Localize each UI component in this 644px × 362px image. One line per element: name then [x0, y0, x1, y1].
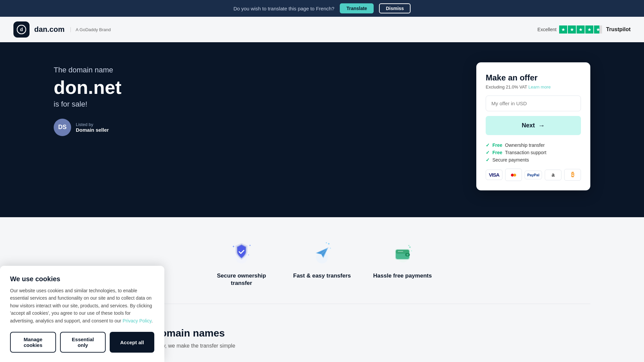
- hero-domain: don.net: [54, 77, 476, 98]
- amazon-icon: a: [545, 170, 561, 180]
- translate-bar: Do you wish to translate this page to Fr…: [0, 0, 644, 17]
- feature-item-fast: ✦ ✦ ✦ Fast & easy transfers: [292, 237, 352, 280]
- offer-features: ✓ Free Ownership transfer ✓ Free Transac…: [486, 142, 581, 163]
- offer-vat-text: Excluding 21.0% VAT: [486, 84, 527, 89]
- svg-rect-16: [398, 251, 403, 252]
- translate-message: Do you wish to translate this page to Fr…: [233, 6, 334, 11]
- payment-icons: VISA ●● PayPal a ₿: [486, 169, 581, 181]
- learn-more-link[interactable]: Learn more: [528, 84, 550, 89]
- cookie-title: We use cookies: [10, 275, 154, 283]
- bitcoin-icon: ₿: [564, 169, 581, 181]
- translate-button[interactable]: Translate: [340, 3, 374, 13]
- seller-avatar: DS: [54, 119, 71, 136]
- header: d dan.com A GoDaddy Brand Excellent ★ ★ …: [0, 17, 644, 42]
- offer-input[interactable]: [486, 96, 581, 111]
- next-label: Next: [522, 122, 535, 129]
- trustpilot-area: Excellent ★ ★ ★ ★ ★ Trustpilot: [537, 25, 631, 34]
- star-4: ★: [585, 25, 593, 34]
- privacy-policy-link[interactable]: Privacy Policy: [122, 318, 151, 323]
- secure-icon-wrap: ✦ ✦ ✦: [226, 237, 257, 267]
- check-icon-2: ✓: [486, 150, 490, 155]
- manage-cookies-button[interactable]: Manage cookies: [10, 332, 56, 353]
- essential-only-button[interactable]: Essential only: [60, 332, 106, 353]
- star-5-half: ★: [594, 25, 602, 34]
- logo-area: d dan.com A GoDaddy Brand: [13, 21, 111, 38]
- feature-transaction: ✓ Free Transaction support: [486, 150, 581, 155]
- paypal-icon: PayPal: [525, 171, 542, 179]
- svg-text:✦: ✦: [248, 254, 250, 256]
- wallet-icon: ✦ ✦ ✦: [389, 239, 416, 266]
- fast-icon-wrap: ✦ ✦ ✦: [307, 237, 337, 267]
- logo-brand: A GoDaddy Brand: [70, 27, 111, 32]
- star-1: ★: [559, 25, 567, 34]
- hero-subtitle: The domain name: [54, 66, 476, 74]
- svg-text:✦: ✦: [329, 247, 331, 249]
- logo-icon: d: [13, 21, 30, 38]
- svg-text:✦: ✦: [325, 242, 327, 244]
- trustpilot-stars: ★ ★ ★ ★ ★: [559, 25, 602, 34]
- svg-text:✦: ✦: [327, 242, 330, 246]
- svg-text:d: d: [20, 27, 23, 32]
- svg-text:✦: ✦: [249, 244, 251, 247]
- feature-item-secure: ✦ ✦ ✦ Secure ownershiptransfer: [211, 237, 272, 287]
- check-icon-1: ✓: [486, 142, 490, 148]
- dismiss-button[interactable]: Dismiss: [379, 3, 411, 13]
- listed-by-label: Listed by: [76, 122, 109, 127]
- free-label-1: Free: [492, 142, 502, 148]
- hassle-icon-wrap: ✦ ✦ ✦: [387, 237, 418, 267]
- trustpilot-label: Excellent: [537, 27, 556, 32]
- mastercard-icon: ●●: [505, 169, 522, 181]
- check-icon-3: ✓: [486, 157, 490, 163]
- seller-name: Domain seller: [76, 127, 109, 133]
- offer-vat: Excluding 21.0% VAT Learn more: [486, 84, 581, 89]
- cookie-banner: We use cookies Our website uses cookies …: [0, 266, 164, 362]
- feature-secure: ✓ Secure payments: [486, 157, 581, 163]
- trustpilot-name: Trustpilot: [606, 26, 631, 33]
- svg-text:✦: ✦: [408, 244, 410, 247]
- offer-card: Make an offer Excluding 21.0% VAT Learn …: [476, 62, 590, 190]
- logo-name[interactable]: dan.com: [34, 25, 64, 34]
- feature-ownership: ✓ Free Ownership transfer: [486, 142, 581, 148]
- star-3: ★: [577, 25, 585, 34]
- feature-item-hassle: ✦ ✦ ✦ Hassle free payments: [372, 237, 433, 280]
- next-button[interactable]: Next →: [486, 116, 581, 135]
- visa-icon: VISA: [486, 170, 502, 180]
- feature-transaction-label: Transaction support: [505, 150, 546, 155]
- next-arrow-icon: →: [538, 122, 545, 129]
- hero-forsale: is for sale!: [54, 100, 476, 109]
- offer-title: Make an offer: [486, 73, 581, 82]
- svg-text:✦: ✦: [411, 250, 413, 252]
- hero-content: The domain name don.net is for sale! DS …: [54, 62, 476, 136]
- seller-info: Listed by Domain seller: [76, 122, 109, 133]
- shield-icon: ✦ ✦ ✦: [228, 239, 255, 266]
- feature-ownership-label: Ownership transfer: [505, 142, 545, 148]
- svg-point-15: [407, 254, 409, 256]
- svg-text:✦: ✦: [232, 245, 235, 248]
- secure-feature-label: Secure ownershiptransfer: [217, 272, 266, 287]
- feature-secure-label: Secure payments: [492, 157, 529, 163]
- seller-row: DS Listed by Domain seller: [54, 119, 476, 136]
- fast-feature-label: Fast & easy transfers: [293, 272, 351, 280]
- star-2: ★: [568, 25, 576, 34]
- cookie-text: Our website uses cookies and similar tec…: [10, 287, 154, 324]
- plane-icon: ✦ ✦ ✦: [309, 239, 335, 266]
- accept-all-button[interactable]: Accept all: [110, 332, 154, 353]
- cookie-buttons: Manage cookies Essential only Accept all: [10, 332, 154, 353]
- hassle-feature-label: Hassle free payments: [373, 272, 432, 280]
- hero-section: The domain name don.net is for sale! DS …: [0, 42, 644, 217]
- free-label-2: Free: [492, 150, 502, 155]
